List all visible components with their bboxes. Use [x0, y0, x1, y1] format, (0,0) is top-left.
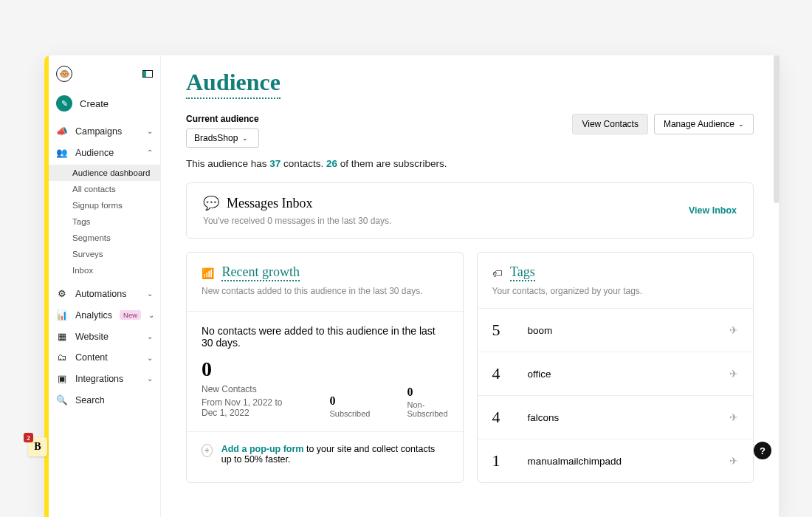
page-title: Audience: [186, 69, 281, 99]
automation-icon: ⚙: [56, 288, 68, 299]
nav-label: Search: [75, 395, 153, 405]
date-range: From Nov 1, 2022 to Dec 1, 2022: [202, 397, 292, 418]
messages-title: Messages Inbox: [227, 196, 312, 211]
bar-chart-icon: 📶: [202, 267, 214, 279]
brand-b-badge[interactable]: 2 B: [28, 437, 47, 456]
tag-count: 1: [492, 451, 510, 470]
create-label: Create: [80, 98, 109, 109]
manage-audience-button[interactable]: Manage Audience ⌄: [654, 114, 754, 134]
help-button[interactable]: ?: [754, 442, 771, 459]
nav-label: Automations: [75, 289, 140, 299]
tag-name: falcons: [528, 412, 712, 423]
send-icon[interactable]: ✈: [729, 455, 738, 467]
view-contacts-button[interactable]: View Contacts: [572, 114, 647, 134]
tag-name: office: [528, 369, 712, 380]
subscribed-number: 0: [329, 394, 370, 408]
send-icon[interactable]: ✈: [729, 324, 738, 336]
recent-growth-title[interactable]: Recent growth: [221, 264, 299, 281]
contacts-count: 37: [269, 158, 281, 169]
chevron-down-icon: ⌄: [147, 127, 153, 135]
pencil-icon: ✎: [56, 95, 72, 112]
tag-row[interactable]: 1 manualmailchimpadd ✈: [478, 439, 754, 482]
audience-name: BradsShop: [194, 133, 238, 143]
plus-icon[interactable]: +: [202, 444, 213, 457]
tag-row[interactable]: 4 falcons ✈: [478, 396, 754, 439]
tags-list: 5 boom ✈ 4 office ✈ 4 falcons ✈: [478, 308, 754, 482]
nav-label: Content: [75, 352, 140, 363]
sidebar-item-automations[interactable]: ⚙ Automations ⌄: [49, 283, 160, 304]
chevron-down-icon: ⌄: [147, 332, 153, 340]
summary-text: of them are subscribers.: [337, 158, 447, 169]
subscribers-count: 26: [326, 158, 337, 169]
no-contacts-message: No contacts were added to this audience …: [202, 325, 448, 349]
grid-icon: ▣: [56, 373, 68, 384]
send-icon[interactable]: ✈: [729, 368, 738, 380]
tag-name: manualmailchimpadd: [528, 456, 712, 467]
nonsubscribed-number: 0: [407, 386, 447, 399]
sidebar-item-integrations[interactable]: ▣ Integrations ⌄: [49, 368, 160, 389]
create-button[interactable]: ✎ Create: [49, 91, 160, 120]
collapse-sidebar-icon[interactable]: [142, 70, 153, 78]
view-inbox-link[interactable]: View Inbox: [689, 205, 737, 216]
subnav-surveys[interactable]: Surveys: [49, 246, 160, 262]
tag-name: boom: [528, 325, 712, 336]
tag-count: 5: [492, 321, 510, 340]
nav-label: Audience: [75, 148, 140, 158]
nav-label: Integrations: [75, 374, 140, 384]
sidebar-item-website[interactable]: ▦ Website ⌄: [49, 326, 160, 347]
chevron-up-icon: ⌃: [147, 148, 153, 157]
popup-form-tip: + Add a pop-up form to your site and col…: [187, 431, 463, 476]
tags-title[interactable]: Tags: [510, 264, 535, 281]
new-contacts-label: New Contacts: [202, 384, 292, 394]
new-contacts-number: 0: [202, 357, 292, 381]
chevron-down-icon: ⌄: [147, 354, 153, 362]
button-label: Manage Audience: [664, 119, 734, 129]
mailchimp-logo-icon[interactable]: 🐵: [56, 66, 72, 82]
sidebar-item-campaigns[interactable]: 📣 Campaigns ⌄: [49, 120, 160, 142]
tag-count: 4: [492, 408, 510, 427]
subnav-signup-forms[interactable]: Signup forms: [49, 197, 160, 213]
nonsubscribed-label: Non-Subscribed: [407, 400, 447, 418]
sidebar: 🐵 ✎ Create 📣 Campaigns ⌄ 👥 Audience ⌃ Au…: [49, 55, 161, 517]
button-label: View Contacts: [582, 119, 638, 129]
audience-subnav: Audience dashboard All contacts Signup f…: [49, 163, 160, 283]
tags-card: 🏷 Tags Your contacts, organized by your …: [477, 252, 754, 483]
nav-label: Campaigns: [75, 126, 140, 137]
subnav-inbox[interactable]: Inbox: [49, 262, 160, 278]
subnav-audience-dashboard[interactable]: Audience dashboard: [49, 165, 160, 181]
send-icon[interactable]: ✈: [729, 411, 738, 423]
nav-label: Website: [75, 332, 140, 342]
chevron-down-icon: ⌄: [148, 311, 154, 319]
content-icon: 🗂: [56, 352, 68, 363]
bar-chart-icon: 📊: [56, 309, 68, 321]
sidebar-item-audience[interactable]: 👥 Audience ⌃: [49, 142, 160, 163]
sidebar-item-content[interactable]: 🗂 Content ⌄: [49, 347, 160, 368]
nav-label: Analytics: [75, 310, 112, 321]
tag-row[interactable]: 4 office ✈: [478, 352, 754, 396]
recent-growth-subtitle: New contacts added to this audience in t…: [202, 286, 448, 296]
sidebar-item-search[interactable]: 🔍 Search: [49, 389, 160, 411]
subscribed-label: Subscribed: [329, 409, 370, 418]
add-popup-form-link[interactable]: Add a pop-up form: [221, 444, 304, 454]
sidebar-item-analytics[interactable]: 📊 Analytics New ⌄: [49, 304, 160, 326]
summary-text: contacts.: [281, 158, 326, 169]
main-content: Audience Current audience BradsShop ⌄ Vi…: [161, 55, 779, 517]
current-audience-label: Current audience: [186, 114, 259, 124]
inbox-icon: 💬: [203, 195, 219, 211]
subnav-tags[interactable]: Tags: [49, 213, 160, 230]
audience-summary: This audience has 37 contacts. 26 of the…: [186, 158, 754, 169]
audience-selector[interactable]: BradsShop ⌄: [186, 129, 259, 148]
subnav-segments[interactable]: Segments: [49, 230, 160, 246]
scrollbar[interactable]: [774, 55, 780, 203]
chevron-down-icon: ⌄: [147, 290, 153, 298]
app-window: 🐵 ✎ Create 📣 Campaigns ⌄ 👥 Audience ⌃ Au…: [44, 55, 779, 517]
messages-inbox-card: 💬 Messages Inbox You've received 0 messa…: [186, 182, 754, 239]
tag-icon: 🏷: [492, 267, 503, 279]
subnav-all-contacts[interactable]: All contacts: [49, 181, 160, 197]
tags-subtitle: Your contacts, organized by your tags.: [492, 286, 739, 296]
brand-b-letter: B: [34, 441, 41, 453]
website-icon: ▦: [56, 331, 68, 342]
tag-row[interactable]: 5 boom ✈: [478, 309, 754, 352]
recent-growth-card: 📶 Recent growth New contacts added to th…: [186, 252, 464, 483]
chevron-down-icon: ⌄: [147, 374, 153, 383]
